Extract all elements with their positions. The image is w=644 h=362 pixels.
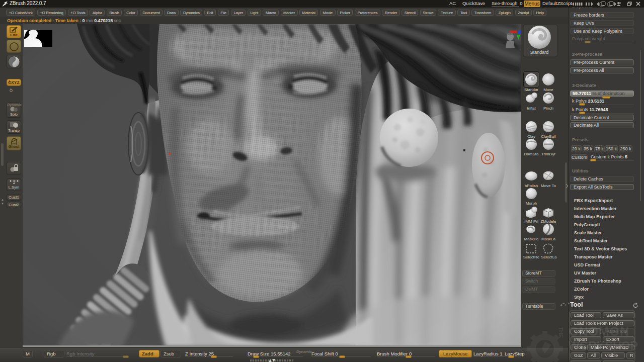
svg-text:Standard: Standard bbox=[530, 50, 549, 55]
svg-text:IMM Pri: IMM Pri bbox=[524, 219, 538, 224]
svg-text:MaskPe: MaskPe bbox=[524, 237, 539, 241]
svg-text:hPolish: hPolish bbox=[525, 184, 538, 188]
svg-text:Move: Move bbox=[543, 87, 553, 92]
svg-text:Clay: Clay bbox=[527, 134, 535, 139]
svg-text:Inflat: Inflat bbox=[527, 106, 536, 111]
svg-text:ClayBuil: ClayBuil bbox=[541, 134, 556, 139]
svg-text:Pinch: Pinch bbox=[543, 106, 553, 111]
svg-text:SelectLa: SelectLa bbox=[541, 255, 557, 259]
svg-text:TrimDyr: TrimDyr bbox=[541, 152, 555, 156]
svg-text:ZModele: ZModele bbox=[540, 219, 556, 224]
svg-text:14: 14 bbox=[526, 208, 530, 211]
svg-text:SelectRe: SelectRe bbox=[523, 255, 540, 259]
svg-text:DamSta: DamSta bbox=[524, 152, 539, 156]
svg-text:Move To: Move To bbox=[541, 184, 556, 188]
svg-text:Standar: Standar bbox=[524, 87, 538, 92]
svg-text:Morph: Morph bbox=[526, 201, 537, 206]
svg-text:MaskLa: MaskLa bbox=[541, 237, 556, 241]
